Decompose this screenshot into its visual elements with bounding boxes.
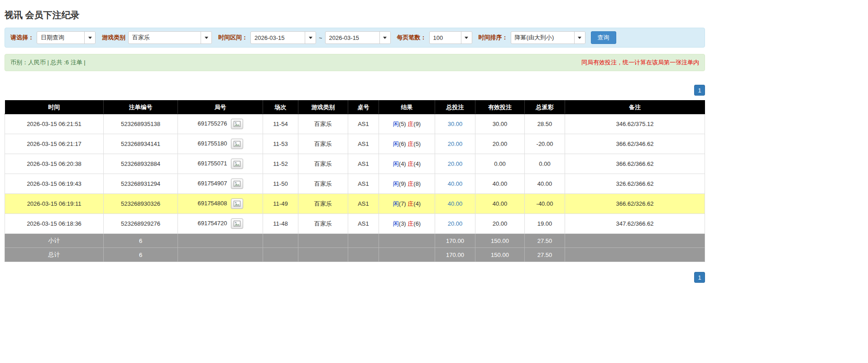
table-header-row: 时间注单编号局号场次游戏类别桌号结果总投注有效投注总派彩备注 bbox=[5, 101, 705, 114]
pagination-bottom: 1 bbox=[5, 272, 705, 283]
result-player-score: (6) bbox=[399, 140, 406, 147]
page-size-label: 每页笔数： bbox=[397, 34, 427, 42]
cell-round: 691755071 bbox=[178, 154, 263, 174]
summary-cell: 小计 bbox=[5, 234, 104, 248]
result-banker-score: (4) bbox=[413, 160, 421, 167]
query-type-value: 日期查询 bbox=[37, 34, 84, 42]
cell-game-type: 百家乐 bbox=[298, 114, 348, 134]
round-id: 691754720 bbox=[197, 220, 227, 227]
cell-bet-id: 523268929276 bbox=[104, 214, 178, 234]
result-banker-label: 庄 bbox=[408, 121, 413, 127]
cell-result: 闲(7) 庄(4) bbox=[379, 194, 435, 214]
result-banker-score: (6) bbox=[413, 220, 421, 227]
result-banker-label: 庄 bbox=[408, 200, 413, 207]
total-bet-link[interactable]: 20.00 bbox=[448, 140, 463, 147]
result-player-score: (3) bbox=[399, 220, 406, 227]
total-bet-link[interactable]: 40.00 bbox=[448, 200, 463, 207]
cell-round: 691755180 bbox=[178, 134, 263, 154]
filter-bar: 请选择： 日期查询 游戏类别 百家乐 时间区间： 2026-03-15 ~ 20… bbox=[5, 28, 705, 48]
cell-valid-bet: 20.00 bbox=[475, 214, 525, 234]
summary-cell bbox=[565, 248, 705, 262]
result-banker-score: (5) bbox=[413, 140, 421, 147]
column-header: 总投注 bbox=[435, 101, 475, 114]
summary-cell bbox=[178, 248, 263, 262]
view-round-image-button[interactable] bbox=[231, 179, 243, 189]
cell-bet-id: 523268935138 bbox=[104, 114, 178, 134]
image-icon bbox=[234, 221, 240, 227]
view-round-image-button[interactable] bbox=[231, 119, 243, 129]
cell-round: 691754720 bbox=[178, 214, 263, 234]
summary-cell bbox=[379, 234, 435, 248]
time-sort-select[interactable]: 降冪(由大到小) bbox=[511, 31, 585, 44]
summary-cell: 150.00 bbox=[475, 234, 525, 248]
summary-cell: 6 bbox=[104, 248, 178, 262]
cell-table-no: AS1 bbox=[348, 194, 379, 214]
cell-remark: 346.62/375.12 bbox=[565, 114, 705, 134]
column-header: 场次 bbox=[263, 101, 298, 114]
result-player-label: 闲 bbox=[393, 180, 399, 187]
total-bet-link[interactable]: 40.00 bbox=[448, 180, 463, 187]
cell-payout: 28.50 bbox=[525, 114, 565, 134]
cell-remark: 366.62/366.62 bbox=[565, 154, 705, 174]
result-player-label: 闲 bbox=[393, 160, 399, 167]
pagination-top: 1 bbox=[5, 85, 705, 96]
search-button[interactable]: 查询 bbox=[591, 31, 616, 44]
summary-cell bbox=[565, 234, 705, 248]
chevron-down-icon bbox=[379, 32, 390, 44]
total-bet-link[interactable]: 30.00 bbox=[448, 121, 463, 127]
notice-text: 同局有效投注，统一计算在该局第一张注单内 bbox=[581, 58, 699, 67]
query-type-select[interactable]: 日期查询 bbox=[37, 31, 96, 44]
view-round-image-button[interactable] bbox=[231, 159, 243, 169]
cell-total-bet: 40.00 bbox=[435, 194, 475, 214]
image-icon bbox=[234, 181, 240, 187]
cell-game-type: 百家乐 bbox=[298, 134, 348, 154]
column-header: 时间 bbox=[5, 101, 104, 114]
cell-time: 2026-03-15 06:20:38 bbox=[5, 154, 104, 174]
game-type-select[interactable]: 百家乐 bbox=[128, 31, 212, 44]
column-header: 游戏类别 bbox=[298, 101, 348, 114]
round-id: 691755071 bbox=[197, 160, 227, 167]
summary-row: 小计6170.00150.0027.50 bbox=[5, 234, 705, 248]
result-banker-score: (9) bbox=[413, 121, 421, 127]
time-sort-label: 时间排序： bbox=[479, 34, 508, 42]
cell-payout: -40.00 bbox=[525, 194, 565, 214]
table-row: 2026-03-15 06:21:51523268935138691755276… bbox=[5, 114, 705, 134]
result-player-score: (7) bbox=[399, 200, 406, 207]
cell-session: 11-53 bbox=[263, 134, 298, 154]
total-bet-link[interactable]: 20.00 bbox=[448, 220, 463, 227]
betting-records-page: 视讯 会员下注纪录 请选择： 日期查询 游戏类别 百家乐 时间区间： 2026-… bbox=[0, 0, 705, 296]
summary-cell: 总计 bbox=[5, 248, 104, 262]
pagination-page-button[interactable]: 1 bbox=[694, 272, 705, 283]
summary-cell bbox=[298, 234, 348, 248]
result-banker-label: 庄 bbox=[408, 140, 413, 147]
cell-valid-bet: 0.00 bbox=[475, 154, 525, 174]
cell-result: 闲(4) 庄(4) bbox=[379, 154, 435, 174]
image-icon bbox=[234, 161, 240, 167]
page-title: 视讯 会员下注纪录 bbox=[5, 9, 705, 21]
page-size-select[interactable]: 100 bbox=[429, 31, 472, 44]
image-icon bbox=[234, 201, 240, 207]
summary-row: 总计6170.00150.0027.50 bbox=[5, 248, 705, 262]
cell-table-no: AS1 bbox=[348, 214, 379, 234]
cell-session: 11-50 bbox=[263, 174, 298, 194]
pagination-page-button[interactable]: 1 bbox=[694, 85, 705, 96]
cell-game-type: 百家乐 bbox=[298, 174, 348, 194]
summary-cell: 27.50 bbox=[525, 248, 565, 262]
cell-time: 2026-03-15 06:21:17 bbox=[5, 134, 104, 154]
date-from-select[interactable]: 2026-03-15 bbox=[250, 31, 316, 44]
date-to-select[interactable]: 2026-03-15 bbox=[325, 31, 391, 44]
cell-time: 2026-03-15 06:19:43 bbox=[5, 174, 104, 194]
cell-round: 691754808 bbox=[178, 194, 263, 214]
view-round-image-button[interactable] bbox=[231, 218, 243, 229]
result-player-label: 闲 bbox=[393, 121, 399, 127]
view-round-image-button[interactable] bbox=[231, 139, 243, 149]
cell-total-bet: 20.00 bbox=[435, 214, 475, 234]
query-type-label: 请选择： bbox=[10, 34, 34, 42]
total-bet-link[interactable]: 20.00 bbox=[448, 160, 463, 167]
cell-payout: 40.00 bbox=[525, 174, 565, 194]
summary-cell bbox=[263, 234, 298, 248]
view-round-image-button[interactable] bbox=[231, 198, 243, 209]
page-size-value: 100 bbox=[430, 34, 461, 41]
cell-valid-bet: 20.00 bbox=[475, 134, 525, 154]
result-player-score: (9) bbox=[399, 180, 406, 187]
